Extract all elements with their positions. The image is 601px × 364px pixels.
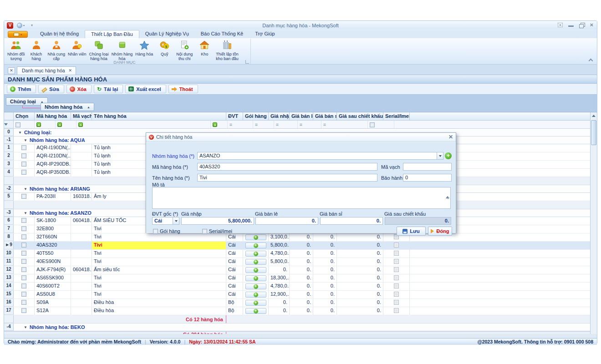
close-dialog-button[interactable]: Đóng [428,227,452,236]
discount-price-input[interactable]: 0. [385,217,451,225]
package-plus-button[interactable]: + [245,243,266,248]
close-window-button[interactable]: × [590,23,593,27]
row-checkbox[interactable] [21,292,26,297]
row-checkbox[interactable] [21,162,26,167]
minimize-button[interactable] [568,23,574,27]
row-checkbox[interactable] [21,170,26,175]
row-checkbox[interactable] [21,243,26,248]
row-checkbox[interactable] [21,234,26,239]
grid-filter-row[interactable]: a a a a = = = = = [4,121,597,129]
package-plus-button[interactable]: + [245,251,266,257]
serial-checkbox[interactable] [394,300,399,305]
name-field-input[interactable]: Tivi [197,174,377,182]
thêm-button[interactable]: +Thêm [7,85,36,93]
tab-danh-muc-hang-hoa[interactable]: Danh mục hàng hóa ✕ [17,66,76,75]
package-plus-button[interactable]: + [245,275,266,281]
package-plus-button[interactable]: + [245,300,266,306]
xuất-excel-button[interactable]: Xuất excel [125,85,166,93]
dialog-launcher-icon[interactable] [245,60,249,64]
package-plus-button[interactable]: + [245,234,266,240]
package-checkbox[interactable]: Gói hàng [153,228,180,234]
retail-price-input[interactable]: 0. [255,217,318,225]
row-checkbox[interactable] [21,251,26,256]
close-all-tabs-button[interactable]: ✕ [8,67,15,74]
column-header-gbs[interactable]: Giá bán sỉ [313,112,337,120]
filter-checkbox[interactable] [370,122,375,127]
vertical-scrollbar[interactable] [590,112,597,334]
serial-checkbox[interactable] [394,243,399,248]
ribbon-item-employee[interactable]: Nhân viên [66,40,88,57]
serial-checkbox[interactable] [394,275,399,280]
ribbon-item-warehouse[interactable]: Kho [194,40,214,57]
expand-chevron-icon[interactable]: ▼ [24,187,27,191]
unit-field-input[interactable]: Cái [152,217,173,225]
ribbon-item-coins[interactable]: €$Quỹ [154,40,174,57]
add-group-icon[interactable]: + [445,152,452,159]
group-chip-nhom-hang-hoa[interactable]: Nhóm hàng hóa ▲ [41,103,94,111]
restore-button[interactable] [579,23,584,27]
ribbon-item-customer[interactable]: Khách hàng [26,40,46,61]
sửa-button[interactable]: Sửa [38,85,64,93]
row-checkbox[interactable] [21,145,26,150]
expand-chevron-icon[interactable]: ▼ [24,138,27,142]
table-row[interactable]: 17S12AĐiều hòaBộ+0.0.0.0. [4,307,597,315]
buy-price-input[interactable]: 5,800,000. [181,217,254,225]
save-button[interactable]: Lưu [397,227,426,236]
fullscreen-button[interactable] [558,23,563,27]
row-checkbox[interactable] [21,275,26,280]
column-header-chon[interactable]: Chọn [14,112,35,120]
desc-field-textarea[interactable] [152,187,451,209]
ribbon-item-people-group[interactable]: Nhóm đối tượng [6,40,26,61]
column-header-gbl[interactable]: Giá bán lẻ [290,112,313,120]
table-row[interactable]: 1040T550TiviCái+4,780,0...0.0.0. [4,250,597,258]
column-header-gn[interactable]: Giá nhập [269,112,290,120]
wholesale-price-input[interactable]: 0. [320,217,383,225]
xóa-button[interactable]: −Xóa [66,85,92,93]
barcode-field-input[interactable] [403,163,452,171]
column-header-name[interactable]: Tên hàng hóa [92,112,226,120]
product-group-row[interactable]: -4▼Nhóm hàng hóa: BEKO [4,324,597,331]
expand-chevron-icon[interactable]: ▼ [18,131,22,135]
app-menu-button[interactable]: ▾ [8,31,28,38]
warranty-field-input[interactable]: 0 [403,174,452,182]
row-checkbox[interactable] [21,218,26,223]
ribbon-item-star[interactable]: Hàng hóa [134,40,154,57]
ribbon-item-stock-setup[interactable]: Thiết lập tồn kho ban đầu [214,40,240,61]
table-row[interactable]: 16S09AĐiều hòaBộ+0.0.0.0. [4,299,597,307]
row-checkbox[interactable] [21,194,26,199]
ribbon-tab-quản-lý-nghiệp-vụ[interactable]: Quản Lý Nghiệp Vụ [139,30,195,38]
serial-checkbox[interactable] [394,251,399,256]
ribbon-item-document-plus[interactable]: Nội dung thu chi [174,40,194,61]
code-field-input[interactable]: 40AS320 [197,163,377,171]
table-row[interactable]: 12AJK-F794(R)060418...Ấm siêu tốcCái+0.0… [4,266,597,274]
thoát-button[interactable]: Thoát [168,85,198,93]
table-row[interactable]: ►940AS320TiviCái+5,800,0...0.0.0. [4,242,597,250]
package-plus-button[interactable]: + [245,292,266,298]
ribbon-item-category[interactable]: Chủng loại hàng hóa [88,40,110,61]
ribbon-tab-thiết-lập-ban-đầu[interactable]: Thiết Lập Ban Đầu [85,30,139,38]
row-checkbox[interactable] [21,300,26,305]
table-row[interactable]: 832T660NTiviCái+3,100,0...0.0.0. [4,233,597,242]
filter-checkbox[interactable] [15,122,20,127]
scroll-up-icon[interactable] [591,112,597,119]
package-plus-button[interactable]: + [245,267,266,273]
table-row[interactable]: 15AS50U8TiviCái+12,900,...0.0.0. [4,291,597,299]
row-checkbox[interactable] [21,267,26,272]
serial-checkbox[interactable] [394,283,399,288]
ribbon-item-product-group[interactable]: Nhóm hàng hóa [110,40,134,61]
column-header-code[interactable]: Mã hàng hóa [35,112,71,120]
package-plus-button[interactable]: + [245,308,266,314]
serial-checkbox[interactable] [394,292,399,297]
column-header-goi[interactable]: Gói hàng [243,112,269,120]
ribbon-tab-quản-trị-hệ-thống[interactable]: Quản trị hệ thống [34,30,85,38]
scroll-down-icon[interactable] [447,199,449,207]
row-checkbox[interactable] [21,259,26,264]
group-field-input[interactable]: ASANZO [197,152,437,160]
serial-checkbox[interactable] [394,259,399,264]
table-row[interactable]: 13AS65SK900TiviCái+18,300,...0.0.0. [4,274,597,283]
group-dropdown-icon[interactable] [437,152,443,160]
row-checkbox[interactable] [21,283,26,288]
ribbon-item-supplier[interactable]: Nhà cung cấp [46,40,67,61]
dialog-title-bar[interactable]: V Chi tiết hàng hóa ✕ [146,133,456,142]
ribbon-tab-báo-cáo-thống-kê[interactable]: Báo Cáo Thống Kê [195,30,249,38]
